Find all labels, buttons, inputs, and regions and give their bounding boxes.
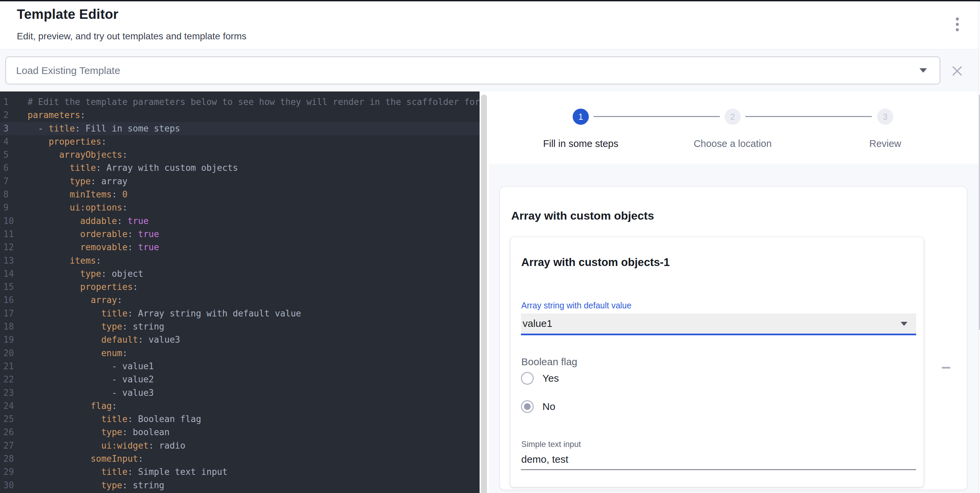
page-title: Template Editor bbox=[17, 7, 118, 22]
form-section-title: Array with custom objects bbox=[511, 209, 654, 222]
step-2-label: Choose a location bbox=[672, 138, 793, 149]
template-preview-panel: 1 2 3 Fill in some steps Choose a locati… bbox=[489, 91, 978, 493]
code-line: 6 title: Array with custom objects bbox=[0, 161, 480, 174]
dropdown-caret-icon bbox=[901, 322, 907, 326]
form-section-card: Array with custom objects Array with cus… bbox=[500, 187, 967, 490]
code-line: 15 properties: bbox=[0, 281, 480, 294]
radio-option-yes[interactable]: Yes bbox=[521, 372, 559, 385]
simple-text-input[interactable]: demo, test bbox=[521, 454, 568, 465]
select-value: value1 bbox=[523, 313, 552, 333]
code-line: 26 type: boolean bbox=[0, 426, 480, 439]
clear-selection-button[interactable] bbox=[948, 62, 967, 80]
input-underline bbox=[521, 469, 916, 470]
boolean-flag-label: Boolean flag bbox=[521, 356, 578, 368]
code-line: 22 - value2 bbox=[0, 373, 480, 386]
kebab-icon bbox=[956, 18, 959, 21]
radio-label-yes: Yes bbox=[542, 373, 559, 384]
code-line: 24 flag: bbox=[0, 399, 480, 413]
code-line: 28 someInput: bbox=[0, 452, 480, 466]
main-content: 1# Edit the template parameters below to… bbox=[0, 91, 980, 493]
kebab-icon bbox=[956, 28, 959, 31]
radio-label-no: No bbox=[542, 401, 555, 412]
code-line: 17 title: Array string with default valu… bbox=[0, 307, 480, 320]
load-template-bar: Load Existing Template bbox=[0, 49, 978, 91]
code-line: 3 - title: Fill in some steps bbox=[0, 122, 480, 135]
code-line: 4 properties: bbox=[0, 135, 480, 148]
code-line: 12 removable: true bbox=[0, 241, 480, 254]
code-line: 30 type: string bbox=[0, 479, 480, 492]
chevron-down-icon bbox=[920, 68, 927, 73]
load-template-select[interactable]: Load Existing Template bbox=[5, 56, 940, 85]
select-fill bbox=[521, 313, 916, 333]
code-line: 25 title: Boolean flag bbox=[0, 413, 480, 426]
stepper: 1 2 3 Fill in some steps Choose a locati… bbox=[489, 91, 978, 164]
close-icon bbox=[951, 65, 963, 77]
page-subtitle: Edit, preview, and try out templates and… bbox=[17, 31, 247, 42]
step-connector bbox=[593, 116, 720, 117]
load-template-placeholder: Load Existing Template bbox=[16, 57, 120, 84]
code-line: 5 arrayObjects: bbox=[0, 148, 480, 161]
radio-circle-icon bbox=[521, 400, 534, 413]
code-line: 21 - value1 bbox=[0, 360, 480, 373]
select-focus-underline bbox=[521, 333, 916, 335]
code-line: 29 title: Simple text input bbox=[0, 466, 480, 479]
code-lines: 1# Edit the template parameters below to… bbox=[0, 96, 480, 492]
code-line: 8 minItems: 0 bbox=[0, 188, 480, 201]
code-line: 9 ui:options: bbox=[0, 201, 480, 214]
simple-text-input-label: Simple text input bbox=[521, 440, 581, 449]
array-item-title: Array with custom objects-1 bbox=[521, 256, 670, 269]
code-line: 23 - value3 bbox=[0, 386, 480, 399]
code-line: 7 type: array bbox=[0, 175, 480, 188]
code-line: 1# Edit the template parameters below to… bbox=[0, 96, 480, 108]
array-item-card: Array with custom objects-1 Array string… bbox=[510, 237, 924, 487]
step-3-circle: 3 bbox=[877, 108, 893, 125]
step-2-circle: 2 bbox=[725, 108, 741, 125]
code-line: 27 ui:widget: radio bbox=[0, 439, 480, 452]
kebab-icon bbox=[956, 23, 959, 26]
page-scrollbar bbox=[978, 2, 980, 493]
radio-circle-icon bbox=[521, 372, 534, 385]
minus-icon bbox=[942, 367, 950, 369]
code-line: 19 default: value3 bbox=[0, 333, 480, 346]
code-line: 2parameters: bbox=[0, 108, 480, 122]
code-line: 16 array: bbox=[0, 294, 480, 307]
overflow-menu-button[interactable] bbox=[948, 15, 967, 34]
code-line: 11 orderable: true bbox=[0, 228, 480, 241]
code-line: 14 type: object bbox=[0, 267, 480, 281]
form-background: Array with custom objects Array with cus… bbox=[489, 164, 978, 493]
remove-item-button[interactable] bbox=[938, 359, 954, 376]
step-1-label: Fill in some steps bbox=[520, 138, 641, 149]
code-line: 18 type: string bbox=[0, 320, 480, 333]
code-line: 13 items: bbox=[0, 254, 480, 267]
page-header: Template Editor Edit, preview, and try o… bbox=[0, 2, 978, 49]
editor-scrollbar-thumb[interactable] bbox=[481, 94, 487, 493]
radio-option-no[interactable]: No bbox=[521, 400, 555, 413]
step-3-label: Review bbox=[825, 138, 946, 149]
yaml-editor[interactable]: 1# Edit the template parameters below to… bbox=[0, 91, 480, 493]
step-1-circle: 1 bbox=[573, 108, 589, 125]
step-connector bbox=[745, 116, 872, 117]
code-line: 20 enum: bbox=[0, 347, 480, 360]
array-string-field-label: Array string with default value bbox=[521, 301, 632, 310]
editor-scrollbar bbox=[480, 91, 489, 493]
array-string-select[interactable]: value1 bbox=[521, 313, 916, 335]
code-line: 10 addable: true bbox=[0, 215, 480, 228]
